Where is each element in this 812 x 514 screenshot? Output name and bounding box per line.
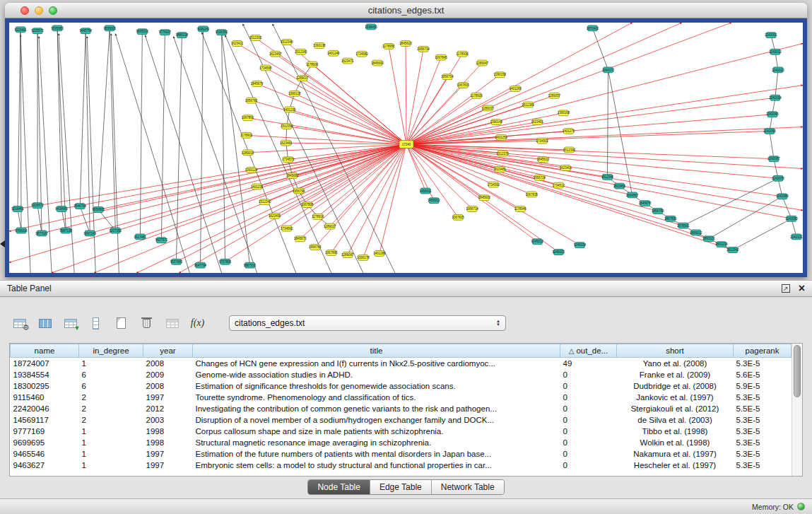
import-table-icon[interactable]: ▼: [61, 314, 80, 333]
graph-edge[interactable]: [592, 28, 608, 70]
table-row[interactable]: 946362711997Embryonic stem cells: a mode…: [11, 460, 792, 471]
graph-edge[interactable]: [770, 131, 774, 158]
cell-year[interactable]: 2008: [143, 380, 193, 392]
column-header-out_degree[interactable]: △out_de...: [560, 344, 617, 358]
cell-title[interactable]: Changes of HCN gene expression and I(f) …: [193, 358, 560, 369]
graph-edge[interactable]: [18, 30, 20, 209]
graph-edge[interactable]: [80, 206, 90, 233]
graph-edge[interactable]: [115, 34, 189, 273]
graph-edge[interactable]: [406, 54, 462, 144]
cell-name[interactable]: 18724007: [11, 358, 79, 369]
cell-out_degree[interactable]: 0: [560, 448, 617, 460]
cell-year[interactable]: 1997: [143, 392, 193, 403]
cell-short[interactable]: Dudbridge et al. (2008): [617, 380, 734, 392]
table-row[interactable]: 1872400712008Changes of HCN gene express…: [11, 358, 792, 369]
cell-name[interactable]: 18300295: [11, 380, 79, 392]
graph-edge[interactable]: [302, 78, 406, 144]
cell-year[interactable]: 2009: [143, 369, 193, 380]
cell-year[interactable]: 1997: [143, 460, 193, 471]
graph-edge[interactable]: [733, 218, 792, 250]
cell-in_degree[interactable]: 2: [79, 392, 143, 403]
cell-short[interactable]: Hescheler et al. (1997): [617, 460, 734, 471]
cell-title[interactable]: Disruption of a novel member of a sodium…: [193, 414, 560, 426]
cell-pagerank[interactable]: 5.3E-5: [734, 426, 792, 437]
graph-edge[interactable]: [145, 35, 221, 273]
cell-in_degree[interactable]: 1: [79, 426, 143, 437]
graph-edge[interactable]: [406, 144, 778, 178]
cell-year[interactable]: 2008: [143, 358, 193, 369]
cell-pagerank[interactable]: 5.5E-5: [734, 403, 792, 414]
cell-pagerank[interactable]: 5.3E-5: [734, 460, 792, 471]
cell-title[interactable]: Corpus callosum shape and size in male p…: [193, 426, 560, 437]
cell-title[interactable]: Investigating the contribution of common…: [193, 403, 560, 414]
function-builder-icon[interactable]: f(x): [188, 314, 207, 333]
cell-in_degree[interactable]: 6: [79, 369, 143, 380]
column-header-short[interactable]: short: [617, 344, 734, 358]
cell-title[interactable]: Structural magnetic resonance image aver…: [193, 437, 560, 448]
close-panel-icon[interactable]: ×: [799, 284, 805, 293]
cell-name[interactable]: 14569117: [11, 414, 79, 426]
cell-short[interactable]: Franke et al. (2009): [617, 369, 734, 380]
graph-edge[interactable]: [140, 32, 142, 237]
collapse-panel-arrow-icon[interactable]: [0, 240, 5, 247]
cell-pagerank[interactable]: 5.3E-5: [734, 414, 792, 426]
cell-out_degree[interactable]: 0: [560, 437, 617, 448]
cell-pagerank[interactable]: 5.3E-5: [734, 392, 792, 403]
column-header-year[interactable]: year: [143, 344, 193, 358]
cell-out_degree[interactable]: 0: [560, 380, 617, 392]
graph-edge[interactable]: [200, 29, 203, 265]
cell-title[interactable]: Embryonic stem cells: a model to study s…: [193, 460, 560, 471]
cell-out_degree[interactable]: 0: [560, 369, 617, 380]
graph-edge[interactable]: [9, 144, 406, 262]
graph-edge[interactable]: [110, 28, 115, 230]
graph-edge[interactable]: [406, 144, 579, 245]
graph-edge[interactable]: [237, 44, 406, 145]
window-titlebar[interactable]: citations_edges.txt: [5, 3, 807, 18]
graph-edge[interactable]: [406, 23, 632, 144]
cell-pagerank[interactable]: 5.3E-5: [734, 448, 792, 460]
tab-network-table[interactable]: Network Table: [431, 480, 504, 494]
graph-edge[interactable]: [406, 98, 775, 144]
graph-edge[interactable]: [39, 37, 52, 273]
show-columns-icon[interactable]: [35, 314, 54, 333]
tab-edge-table[interactable]: Edge Table: [370, 480, 431, 494]
close-window-button[interactable]: [20, 6, 29, 15]
column-header-pagerank[interactable]: pagerank: [734, 344, 792, 358]
cell-out_degree[interactable]: 0: [560, 392, 617, 403]
cell-year[interactable]: 1997: [143, 448, 193, 460]
graph-edge[interactable]: [406, 44, 406, 145]
cell-pagerank[interactable]: 5.3E-5: [734, 437, 792, 448]
column-header-name[interactable]: name: [11, 344, 79, 358]
table-row[interactable]: 1938455462009Genome-wide association stu…: [11, 369, 792, 380]
graph-edge[interactable]: [176, 35, 182, 262]
graph-edge[interactable]: [406, 144, 803, 168]
cell-short[interactable]: Yano et al. (2008): [617, 358, 734, 369]
cell-in_degree[interactable]: 1: [79, 358, 143, 369]
table-row[interactable]: 946554611997Estimation of the future num…: [11, 448, 792, 460]
graph-edge[interactable]: [406, 144, 709, 239]
cell-title[interactable]: Estimation of significance thresholds fo…: [193, 380, 560, 392]
cell-year[interactable]: 2003: [143, 414, 193, 426]
table-vertical-scrollbar[interactable]: [792, 344, 802, 476]
table-row[interactable]: 911546021997Tourette syndrome. Phenomeno…: [11, 392, 792, 403]
graph-edge[interactable]: [406, 144, 792, 218]
cell-title[interactable]: Estimation of the future numbers of pati…: [193, 448, 560, 460]
table-row[interactable]: 1456911722003Disruption of a novel membe…: [11, 414, 792, 426]
cell-pagerank[interactable]: 5.3E-5: [734, 358, 792, 369]
tab-node-table[interactable]: Node Table: [308, 480, 370, 494]
cell-in_degree[interactable]: 1: [79, 437, 143, 448]
cell-in_degree[interactable]: 1: [79, 460, 143, 471]
graph-edge[interactable]: [406, 131, 770, 144]
cell-out_degree[interactable]: 0: [560, 414, 617, 426]
cell-pagerank[interactable]: 5.9E-5: [734, 380, 792, 392]
graph-edge[interactable]: [406, 144, 531, 194]
graph-edge[interactable]: [222, 33, 225, 262]
graph-edge[interactable]: [98, 210, 115, 231]
cell-in_degree[interactable]: 1: [79, 448, 143, 460]
graph-edge[interactable]: [98, 28, 110, 210]
cell-short[interactable]: Wolkin et al. (1998): [617, 437, 734, 448]
cell-in_degree[interactable]: 2: [79, 414, 143, 426]
graph-edge[interactable]: [608, 70, 608, 177]
cell-short[interactable]: Stergiakouli et al. (2012): [617, 403, 734, 414]
graph-edge[interactable]: [709, 197, 782, 239]
